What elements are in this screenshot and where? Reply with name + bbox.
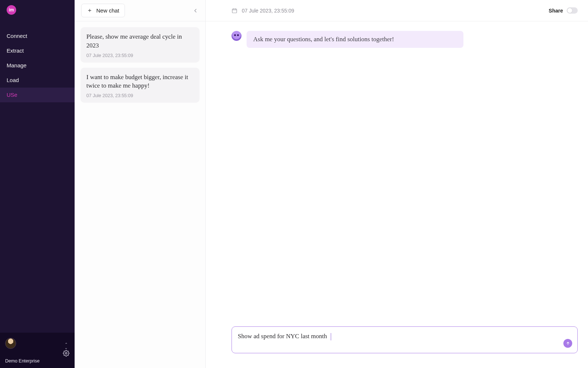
chat-timestamp: 07 Jule 2023, 23:55:09 [86,53,194,58]
chat-main: 07 Jule 2023, 23:55:09 Share Ask me your… [206,0,588,368]
collapse-panel-button[interactable] [192,7,199,14]
chat-list-item[interactable]: I want to make budget bigger, increase i… [80,68,200,103]
chat-list-header: ＋ New chat [75,0,205,21]
composer-area: Show ad spend for NYC last month [206,326,588,368]
message-input[interactable]: Show ad spend for NYC last month [232,326,578,353]
settings-icon[interactable] [63,350,69,358]
chat-list-item[interactable]: Please, show me average deal cycle in 20… [80,27,200,63]
org-name: Demo Enterprise [5,358,40,364]
chat-title: I want to make budget bigger, increase i… [86,73,194,91]
user-avatar[interactable] [5,338,16,349]
sidebar-footer: Demo Enterprise ⌃⌃ [0,333,75,368]
new-chat-label: New chat [96,7,119,14]
share-toggle[interactable] [567,7,578,14]
brand-logo-text: im [9,7,14,13]
text-caret [331,333,331,340]
sidebar-item-label: Extract [7,47,24,54]
share-control: Share [549,7,578,14]
ai-message-text: Ask me your questions, and let's find so… [253,36,394,43]
sidebar-nav: Connect Extract Manage Load USe [0,29,75,102]
sidebar-item-extract[interactable]: Extract [0,43,75,58]
expand-collapse-icon[interactable]: ⌃⌃ [65,343,68,348]
sidebar: im Connect Extract Manage Load USe Demo … [0,0,75,368]
sidebar-item-label: USe [7,92,17,98]
brand-logo[interactable]: im [7,5,16,15]
new-chat-button[interactable]: ＋ New chat [81,4,125,17]
sidebar-item-use[interactable]: USe [0,88,75,102]
sidebar-item-manage[interactable]: Manage [0,58,75,73]
sidebar-item-label: Load [7,77,19,83]
logo-wrap: im [0,0,75,18]
svg-rect-1 [232,9,237,13]
share-label: Share [549,8,563,14]
send-button[interactable] [563,339,572,348]
sidebar-item-label: Manage [7,62,26,68]
sidebar-item-label: Connect [7,33,27,39]
message-input-value: Show ad spend for NYC last month [238,333,327,340]
ai-avatar-icon [232,31,241,41]
sidebar-item-connect[interactable]: Connect [0,29,75,43]
chat-title: Please, show me average deal cycle in 20… [86,32,194,50]
ai-message-row: Ask me your questions, and let's find so… [232,31,562,48]
plus-icon: ＋ [87,7,93,14]
chat-list: Please, show me average deal cycle in 20… [75,21,205,109]
chat-date: 07 Jule 2023, 23:55:09 [242,8,294,14]
ai-message-bubble: Ask me your questions, and let's find so… [247,31,463,48]
chat-timestamp: 07 Jule 2023, 23:55:09 [86,93,194,98]
svg-point-0 [65,353,67,354]
messages-area: Ask me your questions, and let's find so… [206,21,588,326]
sidebar-item-load[interactable]: Load [0,73,75,88]
chat-header: 07 Jule 2023, 23:55:09 Share [206,0,588,21]
calendar-icon [232,8,237,14]
chat-list-panel: ＋ New chat Please, show me average deal … [75,0,206,368]
